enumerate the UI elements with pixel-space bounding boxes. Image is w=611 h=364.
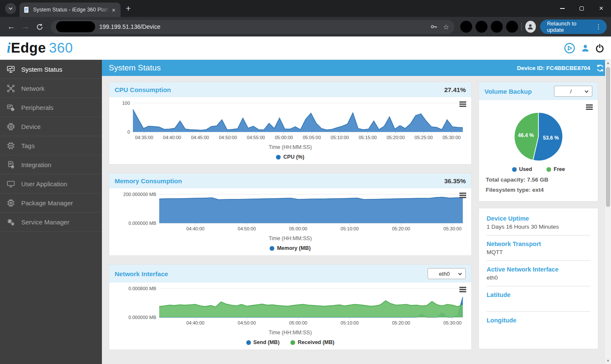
page-favicon-icon [23, 6, 30, 13]
extension-icon-redacted[interactable] [491, 21, 503, 33]
window-maximize-button[interactable] [572, 0, 591, 17]
back-button[interactable]: ← [5, 20, 17, 34]
svg-text:05:30:00: 05:30:00 [443, 226, 462, 231]
svg-text:200.000000 MB: 200.000000 MB [123, 192, 156, 197]
sidebar-item-label: Device [21, 123, 41, 130]
window-close-button[interactable]: × [591, 0, 611, 17]
browser-tab[interactable]: System Status - iEdge 360 Platf × [20, 3, 121, 17]
legend-label: Free [554, 166, 565, 172]
memory-chart: 200.000000 MB0.000000 MB04:40:0004:50:00… [113, 191, 467, 235]
extension-icon-redacted[interactable] [460, 21, 472, 33]
power-button[interactable] [595, 44, 604, 53]
legend-item[interactable]: Used [512, 166, 532, 172]
info-value: 1 Days 16 Hours 30 Minutes [487, 224, 590, 230]
sidebar-item-peripherals[interactable]: Peripherals [0, 98, 102, 117]
sidebar-item-label: Integration [21, 161, 51, 168]
logo-i: i [7, 40, 11, 56]
reload-button[interactable] [33, 20, 45, 34]
chart-menu-icon[interactable] [459, 101, 466, 108]
tags-icon [7, 142, 21, 150]
relaunch-to-update-button[interactable]: Relaunch to update ⋮ [540, 20, 607, 34]
browser-profile-button[interactable] [525, 21, 536, 33]
legend-item[interactable]: Received (MB) [290, 339, 334, 345]
volume-select[interactable]: / [554, 86, 592, 97]
svg-text:04:50:00: 04:50:00 [219, 135, 237, 140]
window-minimize-button[interactable] [552, 0, 572, 17]
sidebar-item-label: Peripherals [21, 104, 53, 111]
cpu-legend: CPU (%) [113, 154, 467, 160]
page-title-bar: System Status Device ID: FC4BBCBE8704 [102, 60, 611, 76]
sidebar-item-tags[interactable]: Tags [0, 136, 102, 155]
minimize-icon [560, 8, 565, 9]
profile-icon [527, 23, 534, 31]
legend-item[interactable]: Free [546, 166, 565, 172]
new-tab-button[interactable]: + [126, 3, 131, 14]
info-item-active-network-interface: Active Network Interfaceeth0 [487, 266, 590, 286]
cpu-current-value: 27.41% [444, 86, 466, 93]
info-label: Longitude [487, 317, 590, 324]
svg-text:04:40:00: 04:40:00 [186, 320, 205, 325]
chart-menu-icon[interactable] [586, 104, 593, 111]
extension-icon-redacted[interactable] [506, 21, 518, 33]
user-account-button[interactable] [581, 44, 590, 53]
svg-text:05:30:00: 05:30:00 [442, 135, 461, 140]
info-label: Device Uptime [487, 215, 590, 222]
sidebar-item-user-application[interactable]: User Application [0, 174, 102, 193]
sidebar-item-service-manager[interactable]: Service Manager [0, 213, 102, 232]
cpu-chart: 100004:35:0004:40:0004:45:0004:50:0004:5… [113, 100, 467, 144]
network-legend: Send (MB)Received (MB) [113, 339, 467, 345]
logo-edge: Edge [11, 40, 46, 56]
play-circle-button[interactable] [564, 42, 575, 54]
legend-item[interactable]: Send (MB) [246, 339, 280, 345]
svg-text:05:30:00: 05:30:00 [443, 320, 462, 325]
device-id-label: Device ID: FC4BBCBE8704 [517, 65, 590, 71]
total-capacity-label: Total capacity: 7.56 GB [486, 175, 591, 185]
browser-tab-strip: System Status - iEdge 360 Platf × + × [0, 0, 611, 17]
maximize-icon [580, 6, 584, 11]
network-interface-select[interactable]: eth0 [428, 268, 466, 279]
forward-button[interactable]: → [19, 20, 31, 34]
svg-text:05:05:00: 05:05:00 [303, 135, 321, 140]
browser-menu-kebab-icon[interactable]: ⋮ [593, 23, 604, 31]
tab-search-button[interactable] [5, 3, 16, 14]
sidebar-item-integration[interactable]: Integration [0, 155, 102, 174]
scroll-up-button[interactable]: ▲ [605, 60, 611, 66]
filesystem-type-label: Filesystem type: ext4 [486, 185, 591, 195]
play-circle-icon [564, 42, 575, 54]
legend-item[interactable]: CPU (%) [276, 154, 304, 160]
app-header: iEdge360 [0, 36, 611, 60]
power-icon [595, 44, 604, 53]
device-chip-icon [7, 123, 21, 131]
window-scrollbar[interactable]: ▲ ▼ [605, 60, 611, 364]
extension-icon-redacted[interactable] [476, 21, 487, 33]
password-key-button[interactable] [430, 23, 438, 31]
address-bar[interactable]: 199.199.51.136/Device ☆ [51, 20, 454, 34]
sidebar-item-system-status[interactable]: System Status [0, 60, 102, 79]
chart-menu-icon[interactable] [459, 193, 466, 199]
sidebar-item-label: Service Manager [21, 218, 69, 226]
svg-text:05:10:00: 05:10:00 [331, 135, 349, 140]
page-title: System Status [109, 63, 161, 73]
svg-text:05:00:00: 05:00:00 [275, 135, 293, 140]
bookmark-star-button[interactable]: ☆ [443, 23, 449, 31]
scroll-down-button[interactable]: ▼ [605, 358, 611, 364]
legend-dot [246, 340, 251, 345]
sidebar-item-device[interactable]: Device [0, 117, 102, 136]
scrollbar-thumb[interactable] [606, 67, 610, 207]
info-item-latitude: Latitude [487, 291, 590, 312]
tab-close-button[interactable]: × [110, 6, 117, 14]
sidebar-item-label: Network [21, 85, 45, 92]
volume-select-value: / [558, 88, 584, 95]
legend-dot [546, 167, 551, 172]
refresh-button[interactable] [596, 64, 604, 72]
sidebar-item-package-manager[interactable]: Package Manager [0, 193, 102, 213]
legend-label: Used [519, 166, 532, 172]
sidebar-item-network[interactable]: Network [0, 79, 102, 98]
legend-item[interactable]: Memory (MB) [270, 245, 310, 251]
network-icon [7, 84, 21, 92]
user-icon [581, 44, 590, 53]
legend-dot [512, 167, 517, 172]
user-application-icon [7, 180, 21, 188]
svg-text:46.4 %: 46.4 % [518, 132, 534, 138]
chart-menu-icon[interactable] [459, 287, 466, 293]
